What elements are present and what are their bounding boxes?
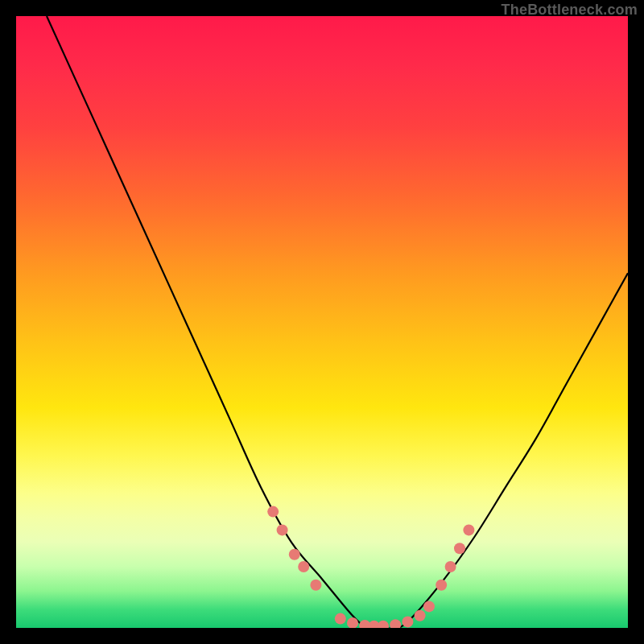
curve-marker [390, 619, 401, 628]
curve-marker [289, 549, 300, 560]
curve-marker [423, 601, 435, 612]
curve-marker [277, 524, 288, 535]
curve-marker [454, 543, 465, 554]
curve-marker [463, 524, 474, 535]
curve-marker [310, 580, 321, 591]
curve-marker [298, 561, 309, 572]
curve-marker [415, 610, 426, 621]
curve-marker [402, 616, 413, 627]
chart-stage: TheBottleneck.com [0, 0, 644, 644]
curve-marker [436, 580, 447, 591]
curve-marker [445, 561, 456, 572]
curve-marker [378, 621, 389, 628]
plot-area [16, 16, 628, 628]
curve-marker [267, 506, 279, 518]
bottleneck-curve [47, 16, 628, 628]
curve-marker [335, 613, 346, 625]
curve-markers-group [267, 506, 474, 628]
chart-svg [16, 16, 628, 628]
